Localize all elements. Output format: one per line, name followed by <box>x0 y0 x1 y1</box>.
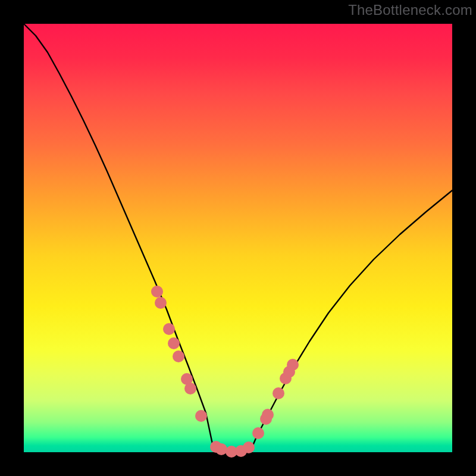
highlight-point <box>163 323 175 335</box>
watermark-text: TheBottleneck.com <box>348 2 472 18</box>
highlight-point <box>151 286 163 298</box>
highlight-point <box>273 387 284 399</box>
highlight-point <box>195 410 207 422</box>
chart-frame: TheBottleneck.com <box>0 0 476 476</box>
highlight-point <box>173 350 184 362</box>
highlight-point <box>155 297 167 309</box>
highlight-point <box>168 337 180 349</box>
highlight-point <box>252 427 264 439</box>
highlight-point <box>184 383 196 394</box>
highlight-point <box>243 441 255 453</box>
bottleneck-curve <box>24 24 452 452</box>
highlight-point <box>262 409 274 421</box>
chart-svg <box>24 24 452 452</box>
highlight-points <box>151 286 299 458</box>
highlight-point <box>287 359 299 371</box>
highlight-point <box>215 443 227 455</box>
